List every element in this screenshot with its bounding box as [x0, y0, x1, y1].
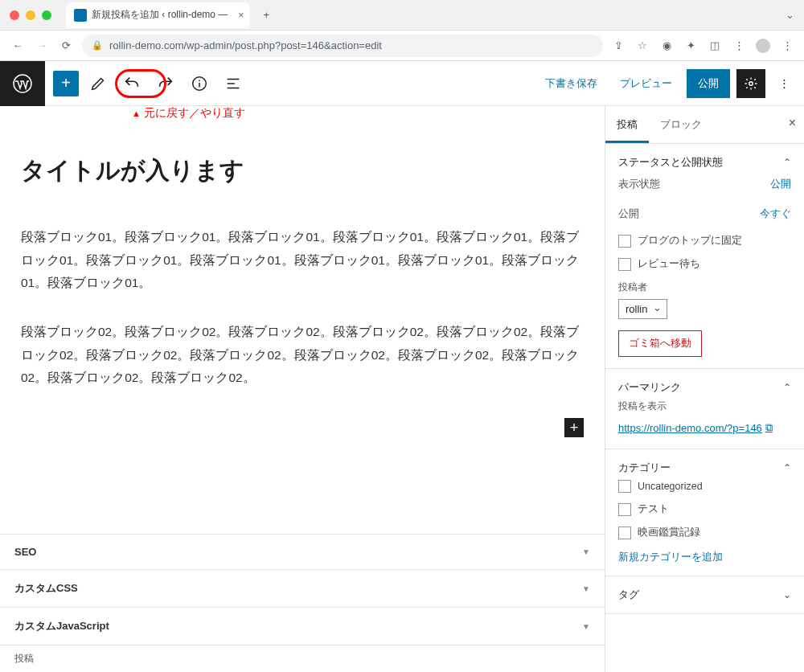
- editor-canvas: タイトルが入ります 段落ブロック01。段落ブロック01。段落ブロック01。段落ブ…: [0, 61, 605, 672]
- maximize-window-icon[interactable]: [42, 10, 51, 20]
- checkbox-pending[interactable]: レビュー待ち: [618, 252, 791, 276]
- panel-permalink-header[interactable]: パーマリンク⌃: [618, 380, 791, 395]
- meta-panel-seo[interactable]: SEO▼: [0, 534, 605, 569]
- category-item[interactable]: テスト: [618, 498, 791, 521]
- reload-button[interactable]: ⟳: [58, 38, 74, 54]
- extensions-icon[interactable]: ✦: [683, 39, 698, 53]
- panel-categories-header[interactable]: カテゴリー⌃: [618, 461, 791, 475]
- meta-panel-js[interactable]: カスタムJavaScript▼: [0, 607, 605, 645]
- redo-button[interactable]: [151, 69, 180, 98]
- edit-mode-button[interactable]: [84, 69, 113, 98]
- editor-toolbar: + 下書き保存 プレビュー 公開 ⋮: [0, 61, 804, 106]
- chevron-down-icon: ▼: [582, 622, 590, 631]
- checkbox-sticky[interactable]: ブログのトップに固定: [618, 229, 791, 252]
- browser-tab[interactable]: 新規投稿を追加 ‹ rollin-demo — ×: [66, 2, 250, 28]
- trash-button[interactable]: ゴミ箱へ移動: [618, 330, 702, 357]
- publish-button[interactable]: 公開: [687, 69, 730, 98]
- meta-panel-css[interactable]: カスタムCSS▼: [0, 569, 605, 607]
- checkbox-icon: [618, 235, 631, 248]
- add-block-button[interactable]: +: [53, 71, 79, 96]
- tab-post[interactable]: 投稿: [605, 106, 649, 143]
- browser-tab-strip: 新規投稿を追加 ‹ rollin-demo — × + ⌄: [0, 0, 804, 31]
- star-icon[interactable]: ☆: [635, 39, 650, 53]
- forward-button[interactable]: →: [34, 38, 50, 54]
- category-item[interactable]: Uncategorized: [618, 475, 791, 498]
- paragraph-block[interactable]: 段落ブロック01。段落ブロック01。段落ブロック01。段落ブロック01。段落ブロ…: [21, 226, 584, 295]
- panel-tags: タグ⌄: [605, 576, 804, 614]
- meta-footer: 投稿: [0, 645, 605, 672]
- chevron-up-icon: ⌃: [783, 382, 791, 393]
- info-button[interactable]: [185, 69, 214, 98]
- author-label: 投稿者: [618, 281, 791, 294]
- favicon-icon: [74, 9, 87, 22]
- panel-permalink: パーマリンク⌃ 投稿を表示 https://rollin-demo.com/?p…: [605, 369, 804, 449]
- checkbox-icon: [618, 258, 631, 271]
- settings-button[interactable]: [736, 69, 765, 98]
- author-select[interactable]: rollin: [618, 299, 667, 319]
- window-controls: [10, 10, 51, 20]
- profile-icon[interactable]: [756, 39, 770, 53]
- outline-button[interactable]: [219, 69, 248, 98]
- tab-overflow-icon[interactable]: ⌄: [786, 9, 794, 21]
- tab-block[interactable]: ブロック: [649, 106, 713, 143]
- sidebar-close-button[interactable]: ×: [789, 116, 796, 130]
- url-text: rollin-demo.com/wp-admin/post.php?post=1…: [109, 39, 382, 51]
- checkbox-icon: [618, 480, 631, 493]
- panel-status: ステータスと公開状態⌃ 表示状態公開 公開今すぐ ブログのトップに固定 レビュー…: [605, 144, 804, 369]
- close-window-icon[interactable]: [10, 10, 19, 20]
- permalink-label: 投稿を表示: [618, 395, 791, 418]
- save-draft-button[interactable]: 下書き保存: [537, 70, 605, 97]
- svg-point-3: [749, 81, 753, 85]
- share-icon[interactable]: ⇪: [611, 39, 626, 53]
- chevron-down-icon: ⌄: [783, 589, 791, 600]
- wordpress-logo[interactable]: [0, 61, 45, 106]
- preview-button[interactable]: プレビュー: [612, 70, 680, 97]
- chevron-down-icon: ▼: [582, 584, 590, 593]
- chevron-up-icon: ⌃: [783, 462, 791, 473]
- gear-icon: [744, 76, 758, 91]
- browser-toolbar: ← → ⟳ 🔒 rollin-demo.com/wp-admin/post.ph…: [0, 31, 804, 61]
- block-inserter-button[interactable]: +: [564, 418, 584, 437]
- settings-sidebar: 投稿 ブロック × ステータスと公開状態⌃ 表示状態公開 公開今すぐ ブログのト…: [605, 61, 804, 672]
- wordpress-icon: [13, 74, 32, 93]
- browser-more-icon[interactable]: ⋮: [780, 39, 794, 53]
- camera-icon[interactable]: ◉: [659, 39, 674, 53]
- more-options-button[interactable]: ⋮: [772, 77, 796, 89]
- back-button[interactable]: ←: [10, 38, 26, 54]
- row-visibility: 表示状態公開: [618, 170, 791, 199]
- category-item[interactable]: 映画鑑賞記録: [618, 521, 791, 544]
- checkbox-icon: [618, 527, 631, 539]
- external-link-icon: ⧉: [765, 421, 773, 434]
- paragraph-block[interactable]: 段落ブロック02。段落ブロック02。段落ブロック02。段落ブロック02。段落ブロ…: [21, 321, 584, 390]
- chevron-down-icon: ▼: [582, 547, 590, 556]
- lock-icon: 🔒: [92, 40, 103, 51]
- tab-title: 新規投稿を追加 ‹ rollin-demo —: [92, 8, 228, 22]
- url-bar[interactable]: 🔒 rollin-demo.com/wp-admin/post.php?post…: [82, 35, 603, 57]
- ext2-icon[interactable]: ◫: [708, 39, 722, 53]
- row-publish: 公開今すぐ: [618, 199, 791, 229]
- new-tab-button[interactable]: +: [255, 4, 277, 27]
- publish-value[interactable]: 今すぐ: [760, 207, 791, 221]
- sidebar-tabs: 投稿 ブロック ×: [605, 106, 804, 144]
- minimize-window-icon[interactable]: [26, 10, 35, 20]
- visibility-value[interactable]: 公開: [770, 178, 791, 191]
- add-category-link[interactable]: 新規カテゴリーを追加: [618, 544, 723, 564]
- undo-button[interactable]: [117, 69, 146, 98]
- menu-icon[interactable]: ⋮: [732, 39, 746, 53]
- post-title[interactable]: タイトルが入ります: [21, 154, 584, 187]
- checkbox-icon: [618, 503, 631, 516]
- panel-tags-header[interactable]: タグ⌄: [618, 588, 791, 602]
- panel-categories: カテゴリー⌃ Uncategorized テスト 映画鑑賞記録 新規カテゴリーを…: [605, 449, 804, 576]
- chevron-up-icon: ⌃: [783, 157, 791, 168]
- permalink-url[interactable]: https://rollin-demo.com/?p=146⧉: [618, 418, 773, 437]
- panel-status-header[interactable]: ステータスと公開状態⌃: [618, 155, 791, 170]
- tab-close-icon[interactable]: ×: [238, 10, 244, 21]
- svg-point-2: [199, 80, 200, 81]
- svg-point-0: [14, 75, 31, 92]
